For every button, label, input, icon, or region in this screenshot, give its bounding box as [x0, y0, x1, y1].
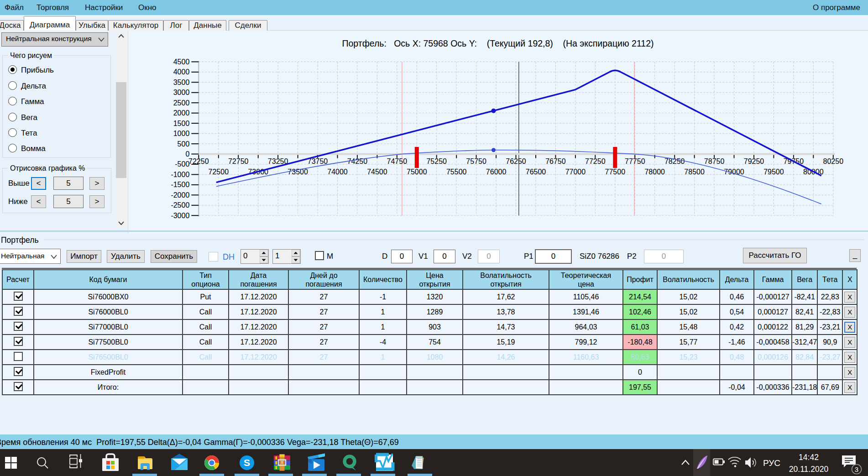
svg-text:2000: 2000 — [173, 109, 190, 117]
svg-text:78000: 78000 — [644, 168, 665, 176]
svg-text:76000: 76000 — [486, 168, 507, 176]
svg-text:76500: 76500 — [526, 168, 546, 176]
svg-text:73500: 73500 — [288, 168, 308, 176]
svg-text:79000: 79000 — [724, 168, 744, 176]
svg-text:3000: 3000 — [173, 89, 190, 96]
svg-text:14:42: 14:42 — [799, 453, 819, 462]
svg-text:77000: 77000 — [565, 168, 586, 176]
svg-text:77250: 77250 — [585, 157, 606, 165]
svg-text:75250: 75250 — [426, 157, 447, 165]
svg-text:74500: 74500 — [367, 168, 387, 176]
svg-text:78250: 78250 — [664, 157, 685, 165]
svg-text:77500: 77500 — [605, 168, 626, 176]
svg-text:75500: 75500 — [446, 168, 467, 176]
svg-text:1500: 1500 — [173, 120, 190, 127]
svg-text:-2500: -2500 — [171, 201, 189, 209]
svg-text:3: 3 — [855, 466, 858, 473]
svg-text:78750: 78750 — [704, 157, 725, 165]
svg-text:4500: 4500 — [173, 58, 190, 66]
svg-text:75000: 75000 — [407, 168, 427, 176]
svg-text:79500: 79500 — [763, 168, 784, 176]
svg-text:1000: 1000 — [173, 130, 190, 137]
svg-text:80250: 80250 — [823, 157, 844, 165]
svg-text:78500: 78500 — [684, 168, 705, 176]
svg-text:500: 500 — [178, 140, 190, 148]
svg-text:Портфель: Ось X: 75968 Ось Y: Портфель: Ось X: 75968 Ось Y: (Текущий 1… — [342, 38, 654, 48]
svg-text:74000: 74000 — [327, 168, 348, 176]
svg-text:72500: 72500 — [209, 168, 229, 176]
svg-text:77750: 77750 — [625, 157, 645, 165]
svg-text:72250: 72250 — [188, 157, 209, 165]
svg-text:-1000: -1000 — [171, 171, 189, 178]
svg-text:0: 0 — [185, 150, 189, 158]
svg-text:76250: 76250 — [506, 157, 526, 165]
svg-text:72750: 72750 — [228, 157, 249, 165]
svg-text:74750: 74750 — [387, 157, 408, 165]
svg-text:3500: 3500 — [173, 78, 190, 86]
svg-text:79250: 79250 — [744, 157, 764, 165]
svg-text:S: S — [244, 457, 250, 468]
svg-text:-2000: -2000 — [171, 191, 189, 199]
svg-text:-1500: -1500 — [171, 181, 189, 188]
svg-text:76750: 76750 — [545, 157, 566, 165]
svg-text:-500: -500 — [175, 160, 189, 168]
svg-text:4000: 4000 — [173, 68, 190, 76]
svg-text:2500: 2500 — [173, 99, 190, 107]
svg-text:20.11.2020: 20.11.2020 — [789, 465, 829, 474]
svg-text:-3000: -3000 — [171, 212, 189, 220]
svg-text:РУС: РУС — [763, 458, 780, 468]
svg-text:75750: 75750 — [466, 157, 486, 165]
